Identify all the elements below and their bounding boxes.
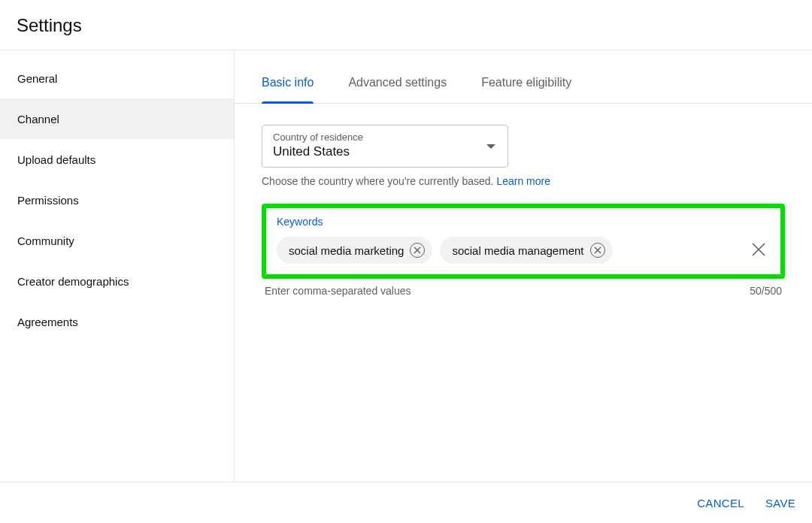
- dialog-body: General Channel Upload defaults Permissi…: [0, 50, 812, 482]
- sidebar-item-label: Upload defaults: [17, 153, 95, 166]
- keyword-chip-label: social media management: [452, 244, 583, 257]
- country-select-label: Country of residence: [273, 132, 497, 143]
- page-title: Settings: [17, 15, 795, 36]
- sidebar-item-general[interactable]: General: [0, 58, 234, 98]
- close-icon: [594, 246, 601, 254]
- country-helper-text: Choose the country where you're currentl…: [262, 175, 785, 187]
- country-helper-label: Choose the country where you're currentl…: [262, 175, 494, 187]
- sidebar-item-label: Creator demographics: [17, 275, 129, 288]
- close-icon: [414, 246, 421, 254]
- sidebar-item-label: Permissions: [17, 194, 79, 207]
- sidebar-item-label: Channel: [17, 113, 59, 125]
- settings-sidebar: General Channel Upload defaults Permissi…: [0, 50, 235, 482]
- keyword-chip: social media management: [440, 237, 612, 264]
- tab-label: Basic info: [262, 76, 314, 89]
- country-select-value: United States: [273, 144, 497, 159]
- remove-chip-button[interactable]: [590, 243, 605, 258]
- learn-more-link[interactable]: Learn more: [496, 175, 550, 187]
- save-button[interactable]: SAVE: [765, 497, 795, 509]
- tab-bar: Basic info Advanced settings Feature eli…: [235, 50, 812, 104]
- keywords-counter: 50/500: [750, 285, 782, 297]
- sidebar-item-community[interactable]: Community: [0, 220, 234, 261]
- keywords-label: Keywords: [277, 216, 770, 228]
- tab-basic-info[interactable]: Basic info: [262, 59, 314, 103]
- country-select[interactable]: Country of residence United States: [262, 125, 508, 168]
- basic-info-panel: Country of residence United States Choos…: [235, 104, 812, 482]
- tab-advanced-settings[interactable]: Advanced settings: [348, 59, 447, 103]
- sidebar-item-creator-demographics[interactable]: Creator demographics: [0, 261, 234, 301]
- keyword-chip-label: social media marketing: [289, 244, 404, 257]
- sidebar-item-label: Community: [17, 234, 74, 247]
- clear-keywords-button[interactable]: [750, 241, 767, 261]
- tab-label: Feature eligibility: [481, 76, 571, 89]
- cancel-button[interactable]: CANCEL: [697, 497, 744, 509]
- remove-chip-button[interactable]: [410, 243, 425, 258]
- keywords-field[interactable]: Keywords social media marketing social m…: [262, 204, 785, 279]
- sidebar-item-channel[interactable]: Channel: [0, 98, 234, 139]
- keyword-chip: social media marketing: [277, 237, 432, 264]
- chevron-down-icon: [486, 144, 495, 149]
- keywords-helper-row: Enter comma-separated values 50/500: [262, 285, 785, 297]
- sidebar-item-label: Agreements: [17, 316, 78, 328]
- main-panel: Basic info Advanced settings Feature eli…: [235, 50, 812, 482]
- sidebar-item-upload-defaults[interactable]: Upload defaults: [0, 139, 234, 180]
- sidebar-item-agreements[interactable]: Agreements: [0, 301, 234, 342]
- keywords-chip-row: social media marketing social media mana…: [277, 237, 770, 264]
- tab-feature-eligibility[interactable]: Feature eligibility: [481, 59, 571, 103]
- tab-label: Advanced settings: [348, 76, 447, 89]
- close-icon: [750, 241, 767, 258]
- keywords-helper-text: Enter comma-separated values: [265, 285, 411, 297]
- settings-dialog: Settings General Channel Upload defaults…: [0, 0, 812, 523]
- sidebar-item-label: General: [17, 72, 57, 85]
- dialog-header: Settings: [0, 0, 812, 50]
- sidebar-item-permissions[interactable]: Permissions: [0, 180, 234, 220]
- dialog-footer: CANCEL SAVE: [0, 482, 812, 523]
- keywords-section: Keywords social media marketing social m…: [262, 204, 785, 297]
